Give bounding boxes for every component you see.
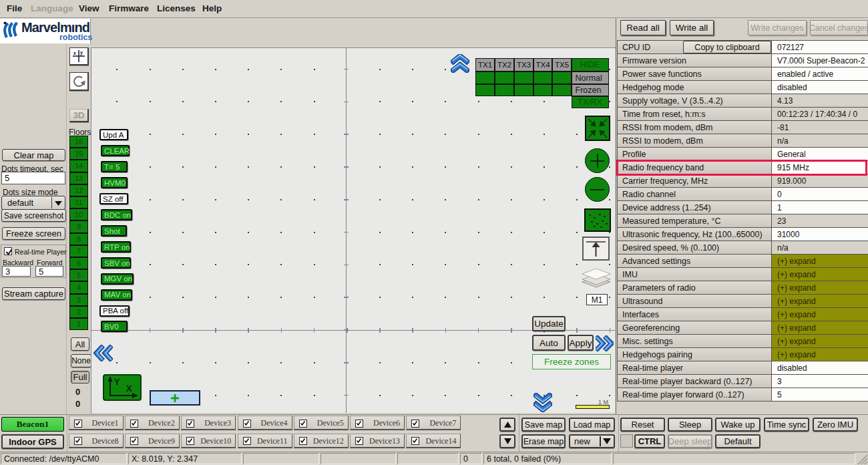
svg-text:.: . — [81, 58, 82, 63]
svg-text:x: x — [73, 51, 76, 55]
svg-text:Y: Y — [114, 377, 120, 387]
svg-text:y: y — [80, 50, 83, 55]
svg-text:X: X — [126, 383, 132, 394]
